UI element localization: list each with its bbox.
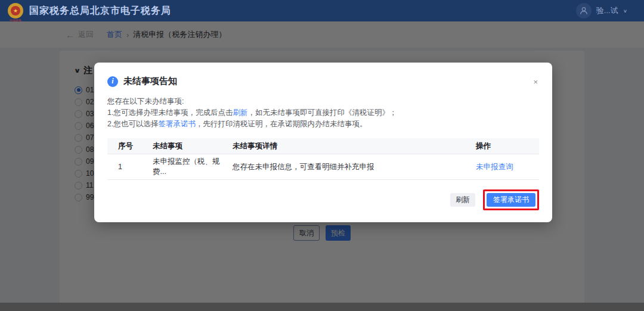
pending-items-table: 序号 未结事项 未结事项详情 操作 1 未申报监控（税、规费... 您存在未申报… [107, 138, 539, 180]
cell-detail: 您存在未申报信息，可查看明细并补充申报 [233, 162, 476, 172]
table-header-row: 序号 未结事项 未结事项详情 操作 [107, 138, 539, 154]
modal-title: 未结事项告知 [123, 76, 177, 87]
line2-post: ，先行打印清税证明，在承诺期限内办结未结事项。 [196, 120, 367, 128]
col-header-item: 未结事项 [153, 141, 233, 151]
user-avatar[interactable] [576, 3, 592, 18]
modal-description: 您存在以下未办结事项: 1.您可选择办理未结事项，完成后点击刷新，如无未结事项即… [107, 96, 539, 130]
line1-post: ，如无未结事项即可直接打印《清税证明》； [247, 108, 397, 117]
site-title: 国家税务总局北京市电子税务局 [29, 5, 171, 17]
annotation-highlight-box: 签署承诺书 [483, 189, 539, 210]
table-row: 1 未申报监控（税、规费... 您存在未申报信息，可查看明细并补充申报 未申报查… [107, 154, 539, 180]
close-icon[interactable]: × [533, 78, 538, 86]
info-icon: i [107, 76, 118, 87]
sign-commitment-button[interactable]: 签署承诺书 [487, 193, 535, 207]
col-header-index: 序号 [107, 141, 153, 151]
refresh-link[interactable]: 刷新 [233, 108, 247, 117]
line2-pre: 2.您也可以选择 [107, 120, 158, 128]
person-icon [579, 6, 589, 15]
chevron-down-icon[interactable]: ∨ [623, 8, 627, 14]
sign-commitment-link[interactable]: 签署承诺书 [158, 120, 196, 128]
user-name[interactable]: 验...试 [596, 5, 618, 16]
user-menu[interactable]: 验...试 ∨ [576, 3, 627, 18]
col-header-detail: 未结事项详情 [233, 141, 476, 151]
instruction-line-2: 2.您也可以选择签署承诺书，先行打印清税证明，在承诺期限内办结未结事项。 [107, 119, 539, 130]
refresh-button[interactable]: 刷新 [450, 193, 475, 207]
cell-item: 未申报监控（税、规费... [153, 157, 233, 177]
modal-header: i 未结事项告知 [107, 76, 539, 87]
app-header: ★ 中国税务 国家税务总局北京市电子税务局 验...试 ∨ [0, 0, 644, 21]
modal-footer: 刷新 签署承诺书 [107, 189, 539, 210]
pending-items-modal: × i 未结事项告知 您存在以下未办结事项: 1.您可选择办理未结事项，完成后点… [94, 63, 552, 222]
line1-pre: 1.您可选择办理未结事项，完成后点击 [107, 108, 233, 117]
undeclared-query-link[interactable]: 未申报查询 [476, 163, 513, 171]
col-header-action: 操作 [476, 141, 539, 151]
tax-bureau-logo-icon: ★ 中国税务 [8, 3, 23, 18]
intro-line: 您存在以下未办结事项: [107, 96, 539, 107]
cell-index: 1 [107, 163, 153, 171]
instruction-line-1: 1.您可选择办理未结事项，完成后点击刷新，如无未结事项即可直接打印《清税证明》； [107, 107, 539, 119]
